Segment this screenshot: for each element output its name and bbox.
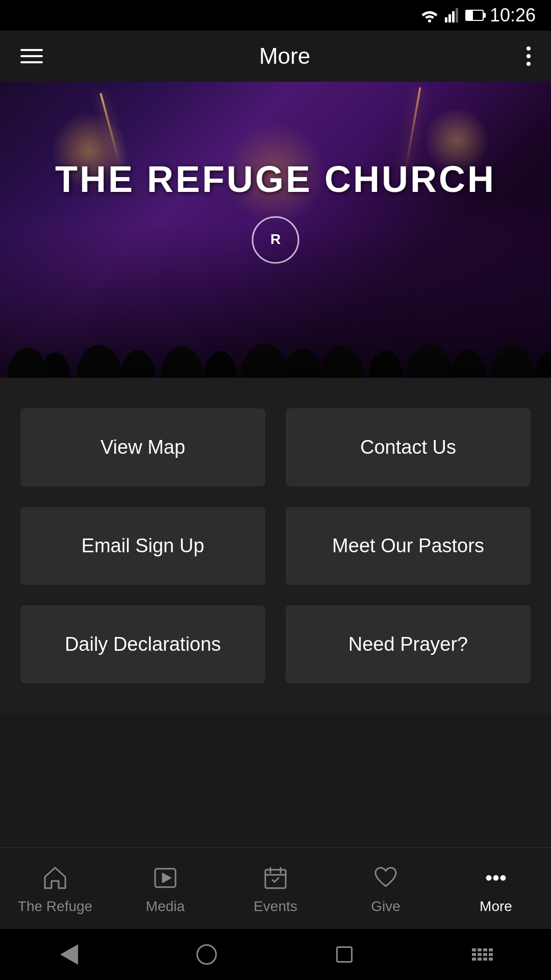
svg-rect-9 [265, 870, 286, 888]
status-time: 10:26 [490, 5, 536, 26]
svg-point-15 [500, 875, 506, 880]
svg-point-0 [428, 19, 431, 22]
play-icon [150, 863, 181, 893]
bottom-navigation: The Refuge Media Events [0, 847, 551, 929]
dots-horizontal-icon [481, 863, 511, 893]
nav-item-media[interactable]: Media [110, 857, 220, 920]
main-content: View Map Contact Us Email Sign Up Meet O… [0, 378, 551, 714]
action-buttons-grid: View Map Contact Us Email Sign Up Meet O… [20, 408, 531, 683]
wifi-icon [420, 8, 439, 22]
nav-item-the-refuge[interactable]: The Refuge [0, 857, 110, 920]
svg-point-14 [493, 875, 498, 880]
meet-our-pastors-button[interactable]: Meet Our Pastors [286, 507, 531, 585]
need-prayer-button[interactable]: Need Prayer? [286, 605, 531, 683]
church-logo-icon: R [250, 214, 301, 265]
hamburger-menu-icon[interactable] [20, 49, 43, 63]
nav-label-events: Events [254, 898, 297, 915]
view-map-button[interactable]: View Map [20, 408, 265, 486]
battery-icon [465, 10, 484, 21]
app-bar: More [0, 31, 551, 82]
app-bar-title: More [259, 43, 310, 69]
status-bar: 10:26 [0, 0, 551, 31]
svg-text:R: R [270, 231, 281, 247]
nav-label-give: Give [371, 898, 400, 915]
nav-label-more: More [480, 898, 512, 915]
church-name-hero: THE REFUGE CHURCH [0, 158, 551, 200]
svg-rect-4 [456, 8, 458, 22]
svg-rect-2 [448, 14, 451, 22]
status-icons: 10:26 [420, 5, 536, 26]
svg-marker-8 [162, 873, 171, 883]
signal-icon [445, 8, 459, 22]
svg-point-13 [486, 875, 491, 880]
nav-item-more[interactable]: More [441, 857, 551, 920]
hero-banner: THE REFUGE CHURCH R [0, 82, 551, 378]
options-menu-icon[interactable] [527, 46, 531, 66]
android-home-button[interactable] [191, 939, 222, 970]
android-recent-button[interactable] [329, 939, 360, 970]
svg-rect-3 [452, 11, 455, 22]
nav-item-give[interactable]: Give [331, 857, 441, 920]
calendar-icon [260, 863, 291, 893]
android-nav-bar [0, 929, 551, 980]
daily-declarations-button[interactable]: Daily Declarations [20, 605, 265, 683]
android-back-button[interactable] [54, 939, 84, 970]
nav-item-events[interactable]: Events [220, 857, 331, 920]
home-icon [40, 863, 70, 893]
svg-rect-1 [445, 17, 447, 22]
nav-label-media: Media [146, 898, 185, 915]
email-sign-up-button[interactable]: Email Sign Up [20, 507, 265, 585]
nav-label-the-refuge: The Refuge [18, 898, 92, 915]
heart-icon [370, 863, 401, 893]
contact-us-button[interactable]: Contact Us [286, 408, 531, 486]
android-keyboard-button[interactable] [467, 939, 497, 970]
